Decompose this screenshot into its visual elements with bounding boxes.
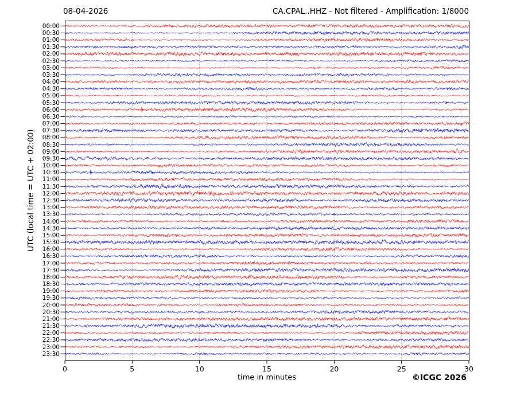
trace-time-label: 14:30	[14, 225, 60, 232]
trace-time-label: 01:00	[14, 37, 60, 43]
trace-time-label: 02:30	[14, 58, 60, 64]
trace-time-label: 03:30	[14, 72, 60, 78]
plot-title: CA.CPAL..HHZ - Not filtered - Amplificat…	[273, 6, 469, 15]
x-tick-label: 20	[321, 365, 347, 373]
trace-time-label: 21:30	[14, 323, 60, 329]
trace-time-label: 07:00	[14, 120, 60, 127]
trace-time-label: 12:30	[14, 197, 60, 204]
trace-time-label: 15:30	[14, 239, 60, 245]
trace-time-label: 06:30	[14, 114, 60, 120]
seismogram-page: 08-04-2026 CA.CPAL..HHZ - Not filtered -…	[0, 0, 532, 399]
trace-time-label: 11:30	[14, 183, 60, 190]
trace-time-label: 03:00	[14, 65, 60, 71]
trace-time-label: 20:00	[14, 302, 60, 308]
date-label: 08-04-2026	[63, 6, 108, 15]
trace-time-label: 17:00	[14, 260, 60, 267]
x-tick-label: 15	[254, 365, 279, 373]
trace-time-label: 18:00	[14, 274, 60, 280]
trace-time-label: 07:30	[14, 127, 60, 134]
trace-time-label: 04:30	[14, 85, 60, 92]
trace-time-label: 10:30	[14, 169, 60, 175]
trace-time-label: 22:00	[14, 330, 60, 336]
trace-time-label: 15:00	[14, 232, 60, 238]
trace-time-label: 23:30	[14, 351, 60, 357]
trace-time-label: 02:00	[14, 50, 60, 57]
x-tick-label: 0	[52, 365, 77, 373]
copyright-label: ©ICGC 2026	[412, 373, 467, 382]
trace-time-label: 22:30	[14, 337, 60, 343]
trace-time-label: 16:30	[14, 253, 60, 259]
trace-time-label: 12:00	[14, 190, 60, 197]
trace-time-label: 05:00	[14, 92, 60, 99]
x-tick-label: 25	[389, 365, 414, 373]
trace-time-label: 20:30	[14, 309, 60, 315]
trace-time-label: 21:00	[14, 316, 60, 322]
trace-time-label: 10:00	[14, 162, 60, 169]
trace-time-label: 13:00	[14, 204, 60, 210]
x-tick-label: 30	[456, 365, 481, 373]
trace-time-label: 23:00	[14, 344, 60, 350]
trace-time-label: 08:30	[14, 142, 60, 148]
trace-time-label: 00:30	[14, 30, 60, 36]
trace-time-label: 16:00	[14, 246, 60, 252]
trace-time-label: 19:00	[14, 288, 60, 294]
trace-time-label: 09:30	[14, 155, 60, 162]
trace-time-label: 00:00	[14, 23, 60, 29]
seismogram-plot-canvas	[0, 0, 532, 399]
trace-time-label: 04:00	[14, 79, 60, 85]
trace-time-label: 18:30	[14, 281, 60, 287]
trace-time-label: 13:30	[14, 211, 60, 217]
trace-time-label: 08:00	[14, 134, 60, 140]
x-axis-title: time in minutes	[209, 373, 324, 381]
trace-time-label: 14:00	[14, 218, 60, 225]
trace-time-label: 05:30	[14, 100, 60, 106]
x-tick-label: 5	[119, 365, 145, 373]
trace-time-label: 19:30	[14, 295, 60, 301]
trace-time-label: 11:00	[14, 176, 60, 182]
trace-time-label: 06:00	[14, 107, 60, 113]
trace-time-label: 17:30	[14, 267, 60, 273]
trace-time-label: 09:00	[14, 148, 60, 155]
trace-time-label: 01:30	[14, 44, 60, 50]
x-tick-label: 10	[187, 365, 212, 373]
